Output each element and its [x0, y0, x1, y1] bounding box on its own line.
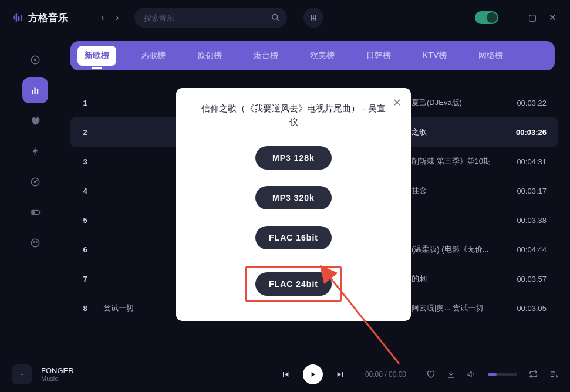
format-mp3-320[interactable]: MP3 320k [255, 186, 332, 209]
format-flac-16[interactable]: FLAC 16bit [255, 226, 332, 249]
format-highlight-box: FLAC 24bit [245, 266, 342, 302]
format-flac-24[interactable]: FLAC 24bit [255, 272, 332, 296]
format-modal: ✕ 信仰之歌（《我要逆风去》电视片尾曲） - 吴宣仪 MP3 128k MP3 … [176, 88, 411, 321]
format-mp3-128[interactable]: MP3 128k [255, 146, 332, 170]
modal-overlay: ✕ 信仰之歌（《我要逆风去》电视片尾曲） - 吴宣仪 MP3 128k MP3 … [0, 0, 570, 392]
format-list: MP3 128k MP3 320k FLAC 16bit FLAC 24bit [188, 146, 399, 302]
modal-title: 信仰之歌（《我要逆风去》电视片尾曲） - 吴宣仪 [188, 102, 399, 129]
modal-close-icon[interactable]: ✕ [393, 96, 402, 109]
